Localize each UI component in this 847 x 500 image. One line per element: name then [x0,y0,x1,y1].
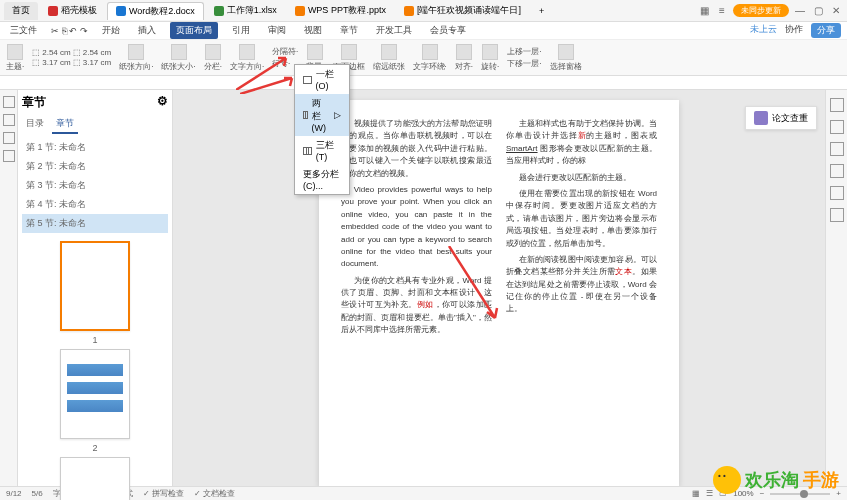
ruler[interactable] [0,76,847,90]
excel-icon [214,6,224,16]
right-iconbar [825,90,847,486]
dd-three-col[interactable]: 三栏(T) [295,136,349,165]
document-canvas[interactable]: 视频提供了功能强大的方法帮助您证明你的观点。当你单击联机视频时，可以在想要添加的… [173,90,825,486]
doc-para: 题会进行更改以匹配新的主题。 [506,172,657,184]
style-icon[interactable] [830,98,844,112]
tool-columns[interactable]: 分栏· [204,44,222,72]
list-icon[interactable]: ≡ [715,4,729,18]
view-icon[interactable]: ▦ [692,489,700,498]
left-iconbar [0,90,18,486]
select-icon[interactable] [830,120,844,134]
settings-icon[interactable] [830,186,844,200]
doc-para-en: Video provides powerful ways to help you… [341,184,492,271]
menubar: 三文件 ✂ ⎘ ↶ ↷ 开始 插入 页面布局 引用 审阅 视图 章节 开发工具 … [0,22,847,40]
bookmark-icon[interactable] [3,114,15,126]
tab-xlsx[interactable]: 工作簿1.xlsx [206,2,285,20]
menu-file[interactable]: 三文件 [6,22,41,39]
more-icon[interactable] [830,208,844,222]
close-button[interactable]: ✕ [829,4,843,18]
grid-icon[interactable]: ▦ [697,4,711,18]
menu-sections[interactable]: 章节 [336,22,362,39]
tool-select-pane[interactable]: 选择窗格 [550,44,582,72]
tab-templates[interactable]: 稻壳模板 [40,2,105,20]
layer-icon[interactable] [830,164,844,178]
outline-icon[interactable] [3,96,15,108]
page-thumb-2[interactable] [60,349,130,439]
section-item-selected[interactable]: 第 5 节: 未命名 [22,214,168,233]
plagiarism-panel[interactable]: 论文查重 [745,106,817,130]
section-item[interactable]: 第 4 节: 未命名 [22,195,168,214]
tab-sections[interactable]: 章节 [52,115,78,134]
menu-references[interactable]: 引用 [228,22,254,39]
doc-icon [404,6,414,16]
cursor-icon: ▷ [334,110,341,120]
template-icon [48,6,58,16]
share-button[interactable]: 分享 [811,23,841,38]
page-indicator[interactable]: 9/12 [6,489,22,498]
watermark: 欢乐淘手游 [713,466,839,494]
section-item[interactable]: 第 3 节: 未命名 [22,176,168,195]
search-icon[interactable] [3,132,15,144]
tool-size[interactable]: 纸张大小· [161,44,195,72]
shape-icon[interactable] [830,142,844,156]
margins-group: ⬚2.54 cm⬚2.54 cm ⬚3.17 cm⬚3.17 cm [32,48,111,67]
ribbon: 主题· ⬚2.54 cm⬚2.54 cm ⬚3.17 cm⬚3.17 cm 纸张… [0,40,847,76]
tab-other[interactable]: [端午狂欢视频诵读端午日] [396,2,529,20]
add-tab[interactable]: + [531,2,552,20]
tool-align[interactable]: 对齐· [455,44,473,72]
minimize-button[interactable]: — [793,4,807,18]
doc-para: 为使你的文档具有专业外观，Word 提供了页眉、页脚、封面和文本框设计，这些设计… [341,275,492,337]
check-icon [754,111,768,125]
tool-rotate[interactable]: 旋转· [481,44,499,72]
outline-title: 章节 [22,94,46,111]
collab-link[interactable]: 协作 [785,23,803,38]
word-icon [116,6,126,16]
ai-icon[interactable] [3,150,15,162]
home-tab[interactable]: 首页 [4,2,38,20]
titlebar: 首页 稻壳模板 Word教程2.docx 工作簿1.xlsx WPS PPT教程… [0,0,847,22]
tab-ppt[interactable]: WPS PPT教程.pptx [287,2,394,20]
doc-para: 视频提供了功能强大的方法帮助您证明你的观点。当你单击联机视频时，可以在想要添加的… [341,118,492,180]
section-item[interactable]: 第 2 节: 未命名 [22,157,168,176]
columns-dropdown: 一栏(O) 两栏(W)▷ 三栏(T) 更多分栏(C)... [294,64,350,195]
dd-two-col[interactable]: 两栏(W)▷ [295,94,349,136]
tool-fit[interactable]: 缩远纸张 [373,44,405,72]
doc-para: 在新的阅读视图中阅读更加容易。可以折叠文档某些部分并关注所需文本。如果在达到结尾… [506,254,657,316]
watermark-icon [713,466,741,494]
menu-member[interactable]: 会员专享 [426,22,470,39]
member-button[interactable]: 未同步更新 [733,4,789,17]
dd-one-col[interactable]: 一栏(O) [295,65,349,94]
menu-insert[interactable]: 插入 [134,22,160,39]
tab-toc[interactable]: 目录 [22,115,48,134]
menu-dev[interactable]: 开发工具 [372,22,416,39]
page-thumb-3[interactable] [60,457,130,500]
menu-view[interactable]: 视图 [300,22,326,39]
menu-page-layout[interactable]: 页面布局 [170,22,218,39]
ppt-icon [295,6,305,16]
layers-group[interactable]: 上移一层· 下移一层· [507,46,541,69]
thumb-label: 2 [22,443,168,453]
tool-wrap[interactable]: 文字环绕· [413,44,447,72]
outline-panel: 章节⚙ 目录 章节 第 1 节: 未命名 第 2 节: 未命名 第 3 节: 未… [18,90,173,486]
tool-orientation[interactable]: 纸张方向· [119,44,153,72]
section-item[interactable]: 第 1 节: 未命名 [22,138,168,157]
thumb-label: 1 [22,335,168,345]
page: 视频提供了功能强大的方法帮助您证明你的观点。当你单击联机视频时，可以在想要添加的… [319,100,679,486]
page-thumb-1[interactable] [60,241,130,331]
outline-settings-icon[interactable]: ⚙ [157,94,168,111]
menu-review[interactable]: 审阅 [264,22,290,39]
tool-text-dir[interactable]: 文字方向· [230,44,264,72]
section-indicator[interactable]: 5/6 [32,489,43,498]
doc-para: 使用在需要位置出现的新按钮在 Word 中保存时间。要更改图片适应文档的方式，请… [506,188,657,250]
doc-para: 主题和样式也有助于文档保持协调。当你单击设计并选择新的主题时，图表或SmartA… [506,118,657,168]
dd-more-cols[interactable]: 更多分栏(C)... [295,165,349,194]
cloud-link[interactable]: 未上云 [750,23,777,38]
menu-start[interactable]: 开始 [98,22,124,39]
maximize-button[interactable]: ▢ [811,4,825,18]
tool-theme[interactable]: 主题· [6,44,24,72]
tab-active-doc[interactable]: Word教程2.docx [107,2,204,20]
